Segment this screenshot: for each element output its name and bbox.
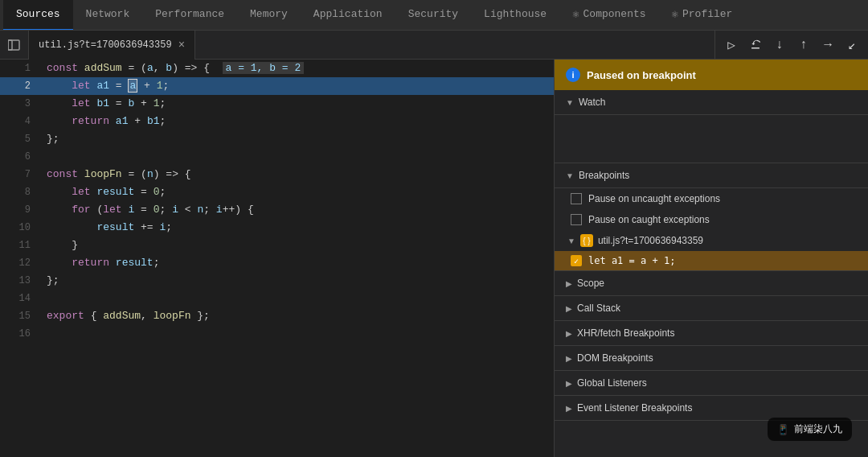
event-arrow-icon: ▶ — [566, 404, 572, 413]
file-tab[interactable]: util.js?t=1700636943359 × — [29, 31, 195, 60]
line-content-2: let a1 = a + 1; — [40, 77, 554, 95]
breakpoints-label: Breakpoints — [579, 170, 629, 181]
line-content-13: }; — [40, 272, 554, 290]
callstack-arrow-icon: ▶ — [566, 304, 572, 313]
scope-section-header[interactable]: ▶ Scope — [555, 271, 868, 296]
tab-application-label: Application — [313, 8, 383, 20]
watch-section-header[interactable]: ▼ Watch — [555, 90, 868, 115]
bp-file-name: util.js?t=1700636943359 — [598, 235, 703, 246]
info-icon: i — [566, 68, 580, 82]
tab-memory-label: Memory — [250, 8, 288, 20]
line-content-11: } — [40, 237, 554, 254]
line-content-15: export { addSum, loopFn }; — [40, 307, 554, 325]
code-line-8: 8 let result = 0; — [0, 183, 554, 201]
bp-active-checkbox[interactable]: ✓ — [571, 255, 582, 266]
pause-uncaught-label: Pause on uncaught exceptions — [588, 193, 720, 204]
tab-network[interactable]: Network — [73, 0, 143, 31]
line-number-4: 4 — [0, 113, 40, 130]
bp-active-line: ✓ let a1 = a + 1; — [555, 251, 868, 270]
tab-lighthouse[interactable]: Lighthouse — [471, 0, 559, 31]
code-line-14: 14 — [0, 290, 554, 307]
line-number-3: 3 — [0, 95, 40, 113]
line-number-9: 9 — [0, 201, 40, 219]
debug-toolbar: ▷ ↓ ↑ → ↙ — [714, 31, 868, 60]
code-line-5: 5 }; — [0, 130, 554, 148]
step-out-button[interactable]: ↑ — [794, 35, 813, 55]
line-content-7: const loopFn = (n) => { — [40, 166, 554, 183]
pause-caught-checkbox[interactable] — [571, 214, 582, 225]
line-number-13: 13 — [0, 272, 40, 290]
watch-section-content — [555, 115, 868, 163]
svg-rect-1 — [8, 40, 19, 50]
line-content-5: }; — [40, 130, 554, 148]
global-label: Global Listeners — [577, 377, 647, 389]
step-over-button[interactable] — [746, 35, 765, 55]
code-line-10: 10 result += i; — [0, 219, 554, 237]
xhr-arrow-icon: ▶ — [566, 329, 572, 338]
profiler-icon: ⚛ — [672, 7, 678, 21]
scope-label: Scope — [577, 278, 604, 289]
tab-performance[interactable]: Performance — [142, 0, 237, 31]
bp-file-arrow-icon: ▼ — [567, 237, 575, 245]
tab-sources-label: Sources — [16, 8, 60, 20]
svg-rect-2 — [751, 47, 760, 49]
file-tab-close-button[interactable]: × — [178, 39, 185, 51]
code-line-16: 16 — [0, 325, 554, 343]
pause-uncaught-checkbox[interactable] — [571, 193, 582, 204]
line-number-5: 5 — [0, 130, 40, 148]
code-line-3: 3 let b1 = b + 1; — [0, 95, 554, 113]
line-number-1: 1 — [0, 60, 40, 77]
code-line-2: 2 let a1 = a + 1; — [0, 77, 554, 95]
line-content-6 — [40, 148, 554, 166]
tab-application[interactable]: Application — [301, 0, 395, 31]
line-content-3: let b1 = b + 1; — [40, 95, 554, 113]
code-line-11: 11 } — [0, 237, 554, 254]
dom-label: DOM Breakpoints — [577, 352, 653, 364]
tab-components-label: Components — [583, 8, 646, 20]
global-arrow-icon: ▶ — [566, 379, 572, 388]
step-into-button[interactable]: ↓ — [770, 35, 789, 55]
code-line-6: 6 — [0, 148, 554, 166]
debug-panel: i Paused on breakpoint ▼ Watch ▼ Breakpo… — [555, 60, 868, 457]
line-content-1: const addSum = (a, b) => { a = 1, b = 2 — [40, 60, 554, 77]
line-number-10: 10 — [0, 219, 40, 237]
tab-profiler-label: Profiler — [682, 8, 732, 20]
paused-label: Paused on breakpoint — [587, 69, 696, 81]
components-icon: ⚛ — [572, 7, 579, 21]
line-number-8: 8 — [0, 183, 40, 201]
bp-active-line-text: let a1 = a + 1; — [588, 255, 675, 266]
pause-uncaught-option: Pause on uncaught exceptions — [555, 188, 868, 209]
tab-security[interactable]: Security — [395, 0, 471, 31]
dom-arrow-icon: ▶ — [566, 354, 572, 363]
tab-memory[interactable]: Memory — [237, 0, 301, 31]
dom-section-header[interactable]: ▶ DOM Breakpoints — [555, 346, 868, 371]
xhr-section-header[interactable]: ▶ XHR/fetch Breakpoints — [555, 321, 868, 346]
line-content-10: result += i; — [40, 219, 554, 237]
tab-bar: Sources Network Performance Memory Appli… — [0, 0, 868, 31]
breakpoints-section-header[interactable]: ▼ Breakpoints — [555, 163, 868, 188]
xhr-label: XHR/fetch Breakpoints — [577, 327, 674, 339]
code-line-4: 4 return a1 + b1; — [0, 113, 554, 130]
resume-button[interactable]: ▷ — [722, 35, 741, 55]
paused-banner: i Paused on breakpoint — [555, 60, 868, 90]
pause-caught-label: Pause on caught exceptions — [588, 214, 710, 225]
callstack-section-header[interactable]: ▶ Call Stack — [555, 296, 868, 321]
pause-caught-option: Pause on caught exceptions — [555, 209, 868, 230]
line-number-6: 6 — [0, 148, 40, 166]
global-section-header[interactable]: ▶ Global Listeners — [555, 371, 868, 396]
callstack-label: Call Stack — [577, 303, 620, 314]
watermark-text: 前端柒八九 — [794, 422, 842, 436]
file-tab-bar: util.js?t=1700636943359 × ▷ ↓ ↑ → ↙ — [0, 31, 868, 60]
deactivate-button[interactable]: ↙ — [842, 35, 862, 55]
code-line-9: 9 for (let i = 0; i < n; i++) { — [0, 201, 554, 219]
watermark: 📱 前端柒八九 — [768, 418, 852, 441]
sidebar-toggle-button[interactable] — [0, 31, 29, 60]
bp-file-item[interactable]: ▼ { } util.js?t=1700636943359 — [555, 230, 868, 251]
line-content-8: let result = 0; — [40, 183, 554, 201]
line-content-4: return a1 + b1; — [40, 113, 554, 130]
line-content-9: for (let i = 0; i < n; i++) { — [40, 201, 554, 219]
tab-components[interactable]: ⚛ Components — [559, 0, 658, 31]
tab-sources[interactable]: Sources — [3, 0, 73, 31]
tab-profiler[interactable]: ⚛ Profiler — [659, 0, 746, 31]
step-button[interactable]: → — [818, 35, 837, 55]
